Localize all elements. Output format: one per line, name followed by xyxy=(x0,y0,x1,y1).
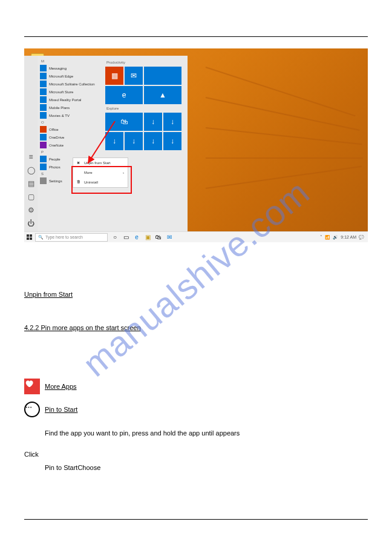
rail-expand-icon[interactable]: ≡ xyxy=(27,153,35,161)
ellipsis-icon: ⋯ xyxy=(24,402,40,417)
app-label: Settings xyxy=(49,179,62,183)
app-label: OneDrive xyxy=(49,136,64,139)
app-item-mixedreality[interactable]: Mixed Reality Portal xyxy=(39,96,102,104)
app-label: Messaging xyxy=(49,67,67,70)
tray-clock[interactable]: 9:12 AM xyxy=(341,235,356,239)
windows-icon xyxy=(27,234,33,240)
store-icon: 🛍 xyxy=(120,117,128,126)
decor-vein xyxy=(206,166,362,189)
page-rule-bottom xyxy=(24,519,368,520)
doc-line: Unpin from Start xyxy=(24,290,368,300)
doc-line: Click xyxy=(24,449,368,460)
tile-d4[interactable]: ↓ xyxy=(163,132,181,150)
download-icon: ↓ xyxy=(171,117,174,126)
app-item-solitaire[interactable]: Microsoft Solitaire Collection xyxy=(39,80,102,88)
tile-edge[interactable]: e xyxy=(105,86,143,104)
app-item-messaging[interactable]: Messaging xyxy=(39,64,102,72)
app-icon xyxy=(40,134,47,141)
document-body: Unpin from Start 4.2.2 Pin more apps on … xyxy=(24,266,368,473)
tile-d3[interactable]: ↓ xyxy=(144,132,162,150)
task-cortana-icon[interactable]: ○ xyxy=(111,234,119,241)
tray-notifications-icon[interactable]: 💬 xyxy=(359,235,364,240)
app-item-mobileplans[interactable]: Mobile Plans xyxy=(39,104,102,111)
rail-documents-icon[interactable]: ▤ xyxy=(27,179,35,188)
edge-icon: e xyxy=(122,91,126,99)
app-label: OneNote xyxy=(49,144,64,147)
svg-rect-2 xyxy=(30,234,32,237)
decor-vein xyxy=(206,127,362,145)
app-icon xyxy=(40,142,47,148)
rail-pictures-icon[interactable]: ▢ xyxy=(27,193,35,201)
tile-photos[interactable]: ▲ xyxy=(144,86,181,104)
health-app-icon xyxy=(24,379,40,394)
svg-rect-1 xyxy=(27,234,29,237)
svg-rect-3 xyxy=(27,237,29,240)
svg-rect-4 xyxy=(30,237,32,240)
tile-d2[interactable]: ↓ xyxy=(125,132,143,150)
app-icon xyxy=(40,73,47,79)
search-placeholder: Type here to search xyxy=(45,235,83,239)
app-icon xyxy=(40,65,47,71)
tile-group-label: Explore xyxy=(105,105,185,111)
search-icon: 🔍 xyxy=(38,235,44,240)
app-label: Office xyxy=(49,128,59,131)
doc-step-pinstart: ⋯ Pin to Start xyxy=(24,402,368,417)
tile-download2[interactable]: ↓ xyxy=(163,113,181,131)
list-letter[interactable]: M xyxy=(39,58,102,64)
underline-text: Pin to Start xyxy=(45,405,77,415)
taskbar-search[interactable]: 🔍 Type here to search xyxy=(35,233,108,242)
annotation-arrow xyxy=(85,121,121,170)
rail-settings-icon[interactable]: ⚙ xyxy=(27,206,35,214)
app-label: Microsoft Solitaire Collection xyxy=(49,82,95,86)
tray-chevron-icon[interactable]: ˄ xyxy=(320,235,322,240)
task-taskview-icon[interactable]: ▭ xyxy=(122,234,129,241)
start-button[interactable] xyxy=(24,232,35,243)
app-icon xyxy=(40,104,47,111)
task-explorer-icon[interactable]: ▣ xyxy=(144,234,151,241)
app-icon xyxy=(40,156,47,162)
mail-icon: ✉ xyxy=(131,71,137,80)
windows-screenshot: Recycle Bin ≡ ◯ ▤ ▢ ⚙ ⏻ M Messaging Micr… xyxy=(24,48,368,242)
start-rail: ≡ ◯ ▤ ▢ ⚙ ⏻ xyxy=(24,56,38,231)
app-item-store[interactable]: Microsoft Store xyxy=(39,88,102,96)
tile-todo[interactable] xyxy=(144,67,181,85)
download-icon: ↓ xyxy=(151,137,155,145)
app-label: Mobile Plans xyxy=(49,106,70,110)
app-label: Movies & TV xyxy=(49,114,70,117)
doc-line: Pin to StartChoose xyxy=(24,463,368,473)
task-store-icon[interactable]: 🛍 xyxy=(155,234,162,241)
decor-vein xyxy=(206,97,360,131)
app-item-movies[interactable]: Movies & TV xyxy=(39,111,102,119)
app-item-edge[interactable]: Microsoft Edge xyxy=(39,72,102,80)
tray-volume-icon[interactable]: 🔊 xyxy=(333,235,338,240)
tile-office[interactable]: ▦ xyxy=(105,67,123,85)
app-icon xyxy=(40,164,47,170)
app-label: Microsoft Store xyxy=(49,90,73,94)
underline-text: More Apps xyxy=(45,382,77,392)
svg-line-0 xyxy=(88,121,115,164)
office-icon: ▦ xyxy=(111,71,118,80)
app-icon xyxy=(40,88,47,95)
tile-mail[interactable]: ✉ xyxy=(125,67,143,85)
page-rule-top xyxy=(24,36,368,37)
tray-network-icon[interactable]: 📶 xyxy=(325,235,330,240)
app-icon xyxy=(40,81,47,87)
annotation-highlight-box xyxy=(71,166,132,194)
tile-download[interactable]: ↓ xyxy=(144,113,162,131)
taskbar: 🔍 Type here to search ○ ▭ e ▣ 🛍 ✉ ˄ 📶 🔊 … xyxy=(24,231,368,242)
tile-group-label: Productivity xyxy=(105,59,185,65)
rail-account-icon[interactable]: ◯ xyxy=(27,166,35,174)
app-label: Microsoft Edge xyxy=(49,74,73,78)
doc-step-moreapps: More Apps xyxy=(24,379,368,394)
doc-heading: 4.2.2 Pin more apps on the start screen xyxy=(24,323,368,333)
download-icon: ↓ xyxy=(151,117,155,126)
task-edge-icon[interactable]: e xyxy=(133,234,140,241)
app-icon xyxy=(40,126,47,133)
unpin-icon: ✖ xyxy=(77,161,82,165)
rail-power-icon[interactable]: ⏻ xyxy=(27,219,35,228)
decor-vein xyxy=(206,67,356,116)
task-mail-icon[interactable]: ✉ xyxy=(166,234,173,241)
app-label: Photos xyxy=(49,165,60,169)
app-icon xyxy=(40,177,47,184)
app-label: People xyxy=(49,157,60,161)
